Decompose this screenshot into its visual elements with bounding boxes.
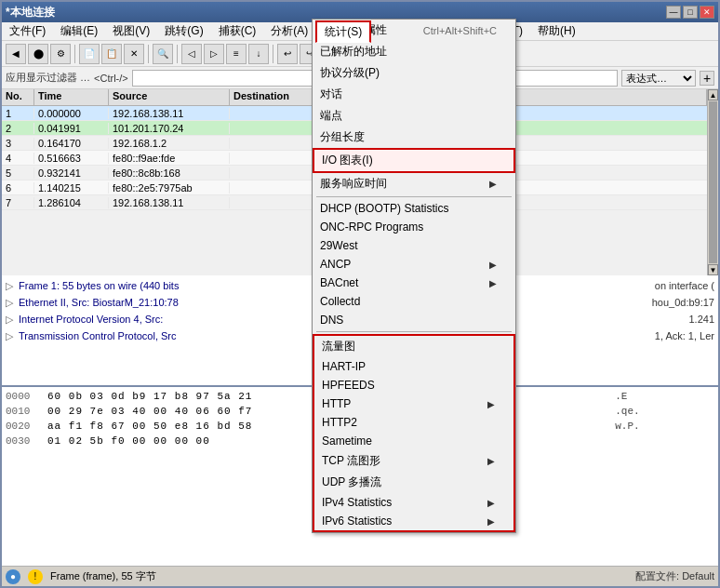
dropdown-item[interactable]: 协议分级(P): [313, 62, 515, 84]
detail-text-ethernet: Ethernet II, Src: BiostarM_21:10:78: [19, 297, 179, 308]
dropdown-item[interactable]: 端点: [313, 105, 515, 127]
dropdown-item[interactable]: IPv4 Statistics▶: [314, 493, 513, 512]
dropdown-item-label: UDP 多播流: [322, 474, 381, 490]
dropdown-item-arrow: ▶: [489, 260, 497, 270]
dropdown-item[interactable]: 分组长度: [313, 127, 515, 148]
filter-expression-combo[interactable]: 表达式…: [621, 70, 696, 87]
packet-list-scrollbar[interactable]: ▲ ▼: [707, 89, 718, 275]
menu-jump[interactable]: 跳转(G): [157, 21, 210, 41]
toolbar-btn-2[interactable]: ⬤: [28, 44, 48, 64]
cell-no: 1: [2, 108, 34, 119]
col-header-no[interactable]: No.: [2, 89, 34, 105]
detail-arrow-ip: ▷: [6, 314, 15, 326]
dropdown-item-arrow: ▶: [489, 278, 497, 288]
toolbar-sep-4: [273, 45, 273, 63]
cell-time: 0.932141: [34, 167, 109, 179]
dropdown-item-label: HART-IP: [322, 360, 366, 373]
cell-time: 0.000000: [34, 108, 109, 119]
toolbar-btn-9[interactable]: ▷: [204, 44, 224, 64]
cell-src: 101.201.170.24: [109, 123, 230, 134]
menu-help[interactable]: 帮助(H): [530, 21, 583, 41]
dropdown-item[interactable]: TCP 流图形▶: [314, 450, 513, 472]
col-header-time[interactable]: Time: [34, 89, 109, 105]
menu-view[interactable]: 视图(V): [105, 21, 157, 41]
dropdown-item[interactable]: 流量图: [314, 336, 513, 357]
dropdown-item-label: Collectd: [320, 295, 360, 308]
menu-stats[interactable]: 统计(S): [315, 20, 371, 43]
dropdown-item[interactable]: IPv6 Statistics▶: [314, 512, 513, 530]
scroll-up-arrow[interactable]: ▲: [708, 89, 718, 100]
dropdown-item[interactable]: I/O 图表(I): [313, 148, 515, 173]
filter-label: 应用显示过滤器 …: [6, 71, 90, 85]
status-bar: ● ! Frame (frame), 55 字节 配置文件: Default: [2, 566, 718, 586]
dropdown-item[interactable]: 对话: [313, 84, 515, 105]
col-header-source[interactable]: Source: [109, 89, 230, 105]
dropdown-item-label: ANCP: [320, 258, 351, 271]
close-button[interactable]: ✕: [700, 6, 714, 19]
toolbar-btn-10[interactable]: ≡: [226, 44, 247, 64]
dropdown-item[interactable]: HART-IP: [314, 357, 513, 376]
dropdown-item[interactable]: 29West: [313, 236, 515, 255]
dropdown-item-label: 协议分级(P): [320, 65, 380, 81]
dropdown-item-label: 端点: [320, 108, 342, 124]
stats-dropdown-menu: 捕获文件属性Ctrl+Alt+Shift+C已解析的地址协议分级(P)对话端点分…: [312, 19, 516, 533]
cell-no: 4: [2, 153, 34, 164]
status-icon: ●: [6, 569, 20, 584]
cell-time: 0.164170: [34, 138, 109, 149]
toolbar-btn-11[interactable]: ↓: [248, 44, 269, 64]
detail-right-tcp: 1, Ack: 1, Ler: [655, 330, 714, 341]
dropdown-item[interactable]: ANCP▶: [313, 255, 515, 274]
hex-ascii: [603, 435, 714, 447]
menu-analyze[interactable]: 分析(A): [263, 21, 315, 41]
toolbar-sep-1: [74, 45, 75, 63]
dropdown-item[interactable]: HTTP2: [314, 413, 513, 432]
toolbar-btn-7[interactable]: 🔍: [153, 44, 173, 64]
dropdown-item-label: DNS: [320, 314, 343, 327]
dropdown-item-arrow: ▶: [487, 516, 495, 527]
dropdown-item[interactable]: DHCP (BOOTP) Statistics: [313, 199, 515, 218]
toolbar-btn-6[interactable]: ✕: [124, 44, 144, 64]
dropdown-item-label: 流量图: [322, 339, 355, 354]
dropdown-separator: [316, 331, 512, 332]
dropdown-item[interactable]: ONC-RPC Programs: [313, 218, 515, 236]
toolbar-btn-3[interactable]: ⚙: [50, 44, 71, 64]
maximize-button[interactable]: □: [683, 6, 698, 19]
dropdown-item[interactable]: 服务响应时间▶: [313, 173, 515, 194]
dropdown-item-arrow: ▶: [487, 498, 495, 508]
hex-offset: 0010: [6, 406, 47, 417]
toolbar-btn-12[interactable]: ↩: [277, 44, 298, 64]
dropdown-item[interactable]: BACnet▶: [313, 274, 515, 292]
detail-right-ethernet: hou_0d:b9:17: [652, 297, 714, 308]
dropdown-item-shortcut: Ctrl+Alt+Shift+C: [423, 25, 497, 36]
dropdown-item-label: HTTP2: [322, 416, 357, 429]
dropdown-item[interactable]: HTTP▶: [314, 394, 513, 413]
filter-add-button[interactable]: +: [700, 71, 714, 86]
toolbar-btn-5[interactable]: 📋: [101, 44, 122, 64]
detail-right-ip: 1.241: [688, 314, 714, 325]
hex-offset: 0030: [6, 435, 47, 447]
toolbar-btn-4[interactable]: 📄: [79, 44, 100, 64]
toolbar-btn-8[interactable]: ◁: [181, 44, 202, 64]
dropdown-item-label: Sametime: [322, 434, 372, 448]
menu-capture[interactable]: 捕获(C): [211, 21, 264, 41]
cell-no: 5: [2, 167, 34, 179]
dropdown-item[interactable]: Collectd: [313, 292, 515, 311]
menu-edit[interactable]: 编辑(E): [53, 21, 105, 41]
dropdown-item-label: 分组长度: [320, 129, 365, 145]
dropdown-item[interactable]: Sametime: [314, 432, 513, 450]
dropdown-item[interactable]: 已解析的地址: [313, 41, 515, 62]
dropdown-item-label: IPv4 Statistics: [322, 496, 392, 509]
dropdown-item-label: DHCP (BOOTP) Statistics: [320, 202, 448, 215]
status-text: Frame (frame), 55 字节: [50, 569, 628, 583]
dropdown-item[interactable]: HPFEEDS: [314, 376, 513, 394]
cell-time: 0.516663: [34, 153, 109, 164]
cell-no: 2: [2, 123, 34, 134]
dropdown-item[interactable]: UDP 多播流: [314, 472, 513, 493]
scroll-down-arrow[interactable]: ▼: [708, 264, 718, 275]
dropdown-item[interactable]: DNS: [313, 311, 515, 329]
toolbar-btn-1[interactable]: ◀: [6, 44, 26, 64]
dropdown-item-label: BACnet: [320, 276, 358, 289]
menu-file[interactable]: 文件(F): [2, 21, 53, 41]
minimize-button[interactable]: —: [666, 6, 681, 19]
scroll-thumb[interactable]: [709, 101, 717, 263]
